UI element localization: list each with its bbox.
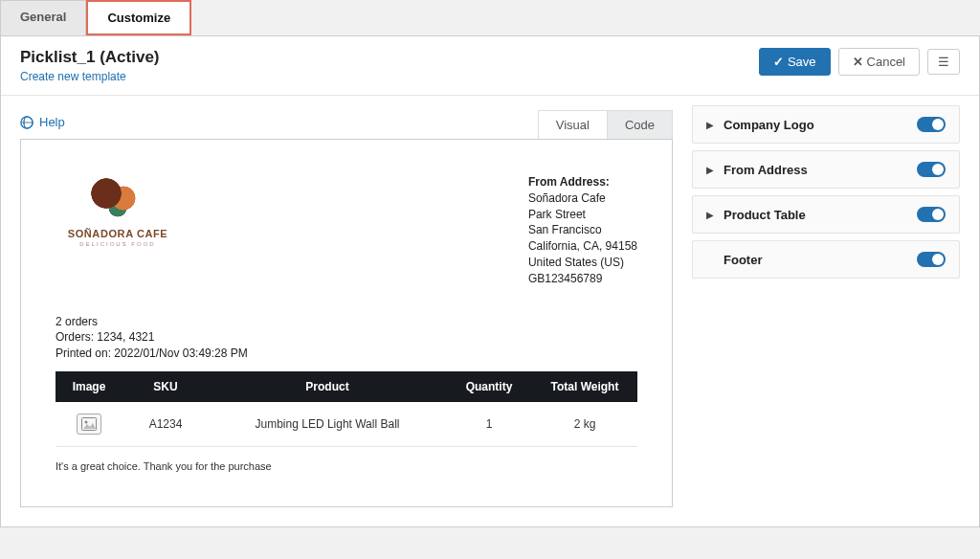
help-icon [20, 116, 33, 129]
from-name: Soñadora Cafe [528, 190, 637, 207]
more-menu-button[interactable]: ☰ [927, 49, 960, 75]
th-qty: Quantity [446, 371, 532, 402]
footer-text: It's a great choice. Thank you for the p… [56, 460, 637, 472]
option-from-address[interactable]: ▶ From Address [692, 150, 960, 189]
save-button-label: Save [788, 55, 816, 69]
cancel-button[interactable]: ✕ Cancel [838, 48, 920, 76]
view-mode-tabs: Visual Code [538, 110, 673, 139]
check-icon: ✓ [773, 55, 784, 69]
table-row: A1234 Jumbing LED Light Wall Ball 1 2 kg [56, 402, 637, 447]
toggle-product-table[interactable] [917, 207, 946, 222]
tab-general[interactable]: General [0, 0, 86, 35]
from-street: Park Street [528, 207, 637, 223]
from-address-block: From Address: Soñadora Cafe Park Street … [528, 174, 637, 287]
toggle-company-logo[interactable] [917, 117, 946, 132]
options-panel: ▶ Company Logo ▶ From Address ▶ Produc [692, 105, 960, 507]
company-logo: SOÑADORA CAFE DELICIOUS FOOD [56, 174, 180, 287]
image-placeholder-icon [77, 414, 101, 435]
th-product: Product [209, 371, 446, 402]
x-icon: ✕ [853, 55, 863, 69]
th-image: Image [56, 371, 122, 402]
option-label: Product Table [724, 208, 806, 222]
option-label: Company Logo [724, 118, 814, 132]
page-title: Picklist_1 (Active) [20, 48, 160, 67]
cancel-button-label: Cancel [867, 55, 905, 69]
logo-image-icon [89, 174, 146, 222]
from-city: San Francisco [528, 222, 637, 238]
view-tab-code[interactable]: Code [607, 110, 673, 139]
chevron-right-icon: ▶ [706, 165, 714, 175]
logo-name: SOÑADORA CAFE [56, 228, 180, 239]
from-vat: GB123456789 [528, 271, 637, 287]
th-sku: SKU [122, 371, 209, 402]
order-meta: 2 orders Orders: 1234, 4321 Printed on: … [56, 314, 637, 362]
toggle-from-address[interactable] [917, 162, 946, 177]
title-bar: Picklist_1 (Active) Create new template … [1, 36, 979, 96]
cell-sku: A1234 [122, 402, 209, 447]
svg-point-2 [85, 420, 88, 423]
chevron-right-icon: ▶ [706, 210, 714, 220]
option-product-table[interactable]: ▶ Product Table [692, 195, 960, 234]
orders-list: Orders: 1234, 4321 [56, 329, 637, 346]
from-country: United States (US) [528, 255, 637, 271]
option-company-logo[interactable]: ▶ Company Logo [692, 105, 960, 144]
view-tab-visual[interactable]: Visual [538, 110, 607, 139]
logo-sub: DELICIOUS FOOD [56, 241, 180, 247]
product-table: Image SKU Product Quantity Total Weight [56, 371, 637, 447]
save-button[interactable]: ✓ Save [759, 48, 831, 76]
cell-weight: 2 kg [532, 402, 637, 447]
cell-product: Jumbing LED Light Wall Ball [209, 402, 446, 447]
toggle-footer[interactable] [917, 252, 946, 267]
chevron-right-icon: ▶ [706, 120, 714, 130]
from-heading: From Address: [528, 174, 637, 190]
printed-on: Printed on: 2022/01/Nov 03:49:28 PM [56, 346, 637, 362]
orders-count: 2 orders [56, 314, 637, 330]
cell-image [56, 402, 122, 447]
cell-qty: 1 [446, 402, 532, 447]
th-weight: Total Weight [532, 371, 637, 402]
option-label: Footer [724, 253, 762, 267]
help-link[interactable]: Help [39, 115, 65, 129]
tab-customize[interactable]: Customize [86, 0, 191, 35]
top-tabs: General Customize [0, 0, 980, 36]
from-region: California, CA, 94158 [528, 238, 637, 255]
hamburger-icon: ☰ [938, 56, 949, 68]
template-preview: SOÑADORA CAFE DELICIOUS FOOD From Addres… [20, 139, 673, 507]
create-template-link[interactable]: Create new template [20, 70, 126, 83]
option-footer[interactable]: ▶ Footer [692, 240, 960, 279]
option-label: From Address [724, 163, 808, 177]
